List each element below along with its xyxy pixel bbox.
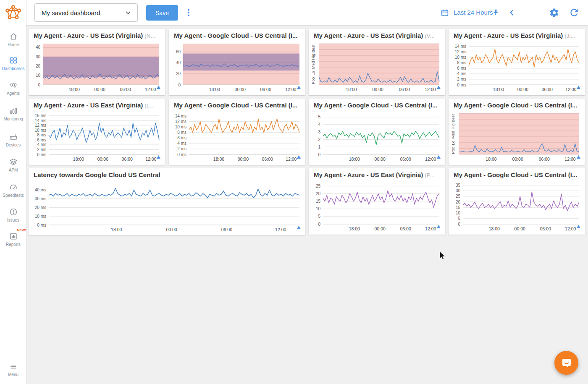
time-range-label[interactable]: Last 24 Hours bbox=[454, 9, 493, 16]
svg-text:12 ms: 12 ms bbox=[175, 119, 186, 124]
svg-text:00:00: 00:00 bbox=[235, 87, 246, 92]
svg-text:10 ms: 10 ms bbox=[35, 214, 46, 219]
svg-text:2 ms: 2 ms bbox=[177, 146, 186, 151]
chart-card-title[interactable]: My Agent - Azure - US East (Virginia)(N.… bbox=[29, 29, 165, 40]
chart-card: My Agent - Google Cloud - US Central (I.… bbox=[449, 168, 585, 235]
chart-title-text: My Agent - Azure - US East (Virginia) bbox=[34, 32, 143, 39]
sidebar-item-reports[interactable]: NEW!Reports bbox=[0, 232, 26, 247]
chart-plot[interactable]: BestHigMedLoPoo18:0000:0006:0012:00 bbox=[449, 110, 585, 165]
sidebar-item-devices[interactable]: Devices bbox=[0, 132, 26, 147]
chart-plot[interactable]: 01234518:0000:0006:0012:00 bbox=[309, 110, 445, 165]
chart-card-title[interactable]: My Agent - Azure - US East (Virginia)(Ji… bbox=[449, 29, 585, 40]
svg-text:14 ms: 14 ms bbox=[175, 114, 186, 118]
svg-text:18:00: 18:00 bbox=[209, 87, 220, 92]
chart-plot[interactable]: BestHigMedLoPoo18:0000:0006:0012:00 bbox=[309, 40, 445, 95]
svg-text:25: 25 bbox=[316, 184, 321, 188]
sidebar-item-label: APM bbox=[0, 168, 26, 172]
chart-card-title[interactable]: My Agent - Google Cloud - US Central (I.… bbox=[169, 29, 305, 40]
svg-text:06:00: 06:00 bbox=[262, 157, 273, 162]
calendar-icon[interactable] bbox=[440, 8, 449, 17]
svg-text:Best: Best bbox=[451, 114, 455, 122]
svg-text:10 ms: 10 ms bbox=[175, 125, 186, 129]
svg-text:25: 25 bbox=[456, 194, 461, 199]
svg-text:12:00: 12:00 bbox=[275, 227, 286, 232]
chart-title-text: My Agent - Google Cloud - US Central (I.… bbox=[454, 102, 577, 109]
chart-plot[interactable]: 051015202518:0000:0006:0012:00 bbox=[309, 180, 445, 235]
chart-plot[interactable]: 0 ms10 ms20 ms30 ms40 ms18:0000:0006:001… bbox=[29, 180, 305, 235]
chart-title-suffix: (P... bbox=[425, 172, 434, 178]
chart-card-title[interactable]: My Agent - Azure - US East (Virginia)(V.… bbox=[309, 29, 445, 40]
svg-text:0: 0 bbox=[318, 152, 320, 157]
svg-text:12:00: 12:00 bbox=[425, 87, 436, 92]
chat-bubble-button[interactable] bbox=[554, 351, 578, 375]
svg-text:6 ms: 6 ms bbox=[457, 66, 466, 71]
svg-text:00:00: 00:00 bbox=[517, 87, 528, 92]
save-button[interactable]: Save bbox=[146, 5, 178, 21]
svg-text:06:00: 06:00 bbox=[120, 87, 131, 92]
chart-plot[interactable]: 01020304018:0000:0006:0012:00 bbox=[29, 40, 165, 95]
svg-text:1: 1 bbox=[318, 145, 320, 149]
sidebar-item-label: Home bbox=[0, 42, 26, 47]
sidebar-item-label: Issues bbox=[0, 218, 26, 222]
chart-card: My Agent - Google Cloud - US Central (I.… bbox=[449, 99, 585, 165]
svg-text:2 ms: 2 ms bbox=[37, 147, 46, 152]
sidebar-item-apm[interactable]: APM bbox=[0, 157, 26, 172]
sidebar-item-menu[interactable]: Menu bbox=[0, 362, 26, 377]
sidebar-item-issues[interactable]: Issues bbox=[0, 207, 26, 222]
svg-text:0 ms: 0 ms bbox=[177, 152, 186, 157]
chart-card-title[interactable]: My Agent - Google Cloud - US Central (I.… bbox=[449, 99, 585, 110]
chart-card: Latency towards Google Cloud US Central0… bbox=[29, 168, 305, 235]
svg-text:15: 15 bbox=[456, 205, 461, 210]
collapse-panel-chevron-icon[interactable] bbox=[507, 8, 517, 17]
chart-card-title[interactable]: My Agent - Azure - US East (Virginia)(P.… bbox=[309, 168, 445, 180]
svg-text:14 ms: 14 ms bbox=[455, 44, 466, 49]
svg-text:06:00: 06:00 bbox=[221, 227, 232, 232]
chart-plot[interactable]: 0 ms2 ms4 ms6 ms8 ms10 ms12 ms14 ms18:00… bbox=[449, 40, 585, 95]
svg-text:18:00: 18:00 bbox=[69, 87, 80, 92]
svg-text:2 ms: 2 ms bbox=[457, 77, 466, 81]
sidebar-item-dashboards[interactable]: Dashboards bbox=[0, 56, 26, 71]
app-logo-icon[interactable] bbox=[4, 4, 22, 22]
sidebar: HomeDashboardsAgentsMonitoringDevicesAPM… bbox=[0, 0, 26, 384]
chart-title-text: My Agent - Google Cloud - US Central (I.… bbox=[314, 102, 437, 109]
svg-text:00:00: 00:00 bbox=[238, 157, 249, 162]
chart-card-title[interactable]: My Agent - Google Cloud - US Central (I.… bbox=[309, 99, 445, 110]
chart-card-title[interactable]: Latency towards Google Cloud US Central bbox=[29, 168, 305, 180]
svg-text:18:00: 18:00 bbox=[111, 227, 122, 232]
svg-text:35: 35 bbox=[456, 183, 461, 188]
svg-text:Poo: Poo bbox=[311, 77, 315, 84]
svg-text:4 ms: 4 ms bbox=[457, 71, 466, 76]
chart-plot[interactable]: 0510152025303518:0000:0006:0012:00 bbox=[449, 180, 585, 235]
svg-text:Best: Best bbox=[311, 44, 315, 52]
sidebar-item-label: Devices bbox=[0, 143, 26, 147]
sidebar-item-speedtests[interactable]: Speedtests bbox=[0, 183, 26, 198]
svg-text:10: 10 bbox=[456, 211, 461, 215]
chart-card-title[interactable]: My Agent - Azure - US East (Virginia)(L.… bbox=[29, 99, 165, 110]
chart-card-title[interactable]: My Agent - Google Cloud - US Central (I.… bbox=[169, 99, 305, 110]
dashboard-selector[interactable]: My saved dashboard bbox=[34, 3, 138, 22]
settings-gear-icon[interactable] bbox=[549, 8, 559, 18]
svg-text:15: 15 bbox=[316, 199, 321, 204]
more-options-icon[interactable] bbox=[184, 8, 194, 18]
home-icon bbox=[0, 32, 26, 42]
svg-text:12 ms: 12 ms bbox=[35, 123, 46, 128]
sidebar-item-monitoring[interactable]: Monitoring bbox=[0, 106, 26, 121]
svg-text:00:00: 00:00 bbox=[514, 226, 525, 231]
svg-text:10 ms: 10 ms bbox=[35, 128, 46, 133]
sidebar-item-home[interactable]: Home bbox=[0, 32, 26, 47]
sidebar-item-label: Monitoring bbox=[0, 117, 26, 121]
dashboards-icon bbox=[0, 56, 26, 66]
sidebar-item-agents[interactable]: Agents bbox=[0, 81, 26, 96]
pin-icon[interactable] bbox=[492, 8, 500, 17]
chart-plot[interactable]: 0 ms2 ms4 ms6 ms8 ms10 ms12 ms14 ms16 ms… bbox=[29, 110, 165, 165]
svg-text:0: 0 bbox=[38, 83, 40, 87]
svg-text:0: 0 bbox=[318, 222, 320, 227]
chart-plot[interactable]: 020406018:0000:0006:0012:00 bbox=[169, 40, 305, 95]
svg-text:0: 0 bbox=[458, 222, 460, 227]
refresh-icon[interactable] bbox=[569, 7, 580, 18]
menu-icon bbox=[0, 362, 26, 372]
chart-plot[interactable]: 0 ms2 ms4 ms6 ms8 ms10 ms12 ms14 ms18:00… bbox=[169, 110, 305, 165]
chart-title-suffix: (V... bbox=[425, 33, 435, 39]
svg-text:18:00: 18:00 bbox=[489, 226, 500, 231]
chart-card-title[interactable]: My Agent - Google Cloud - US Central (I.… bbox=[449, 168, 585, 180]
